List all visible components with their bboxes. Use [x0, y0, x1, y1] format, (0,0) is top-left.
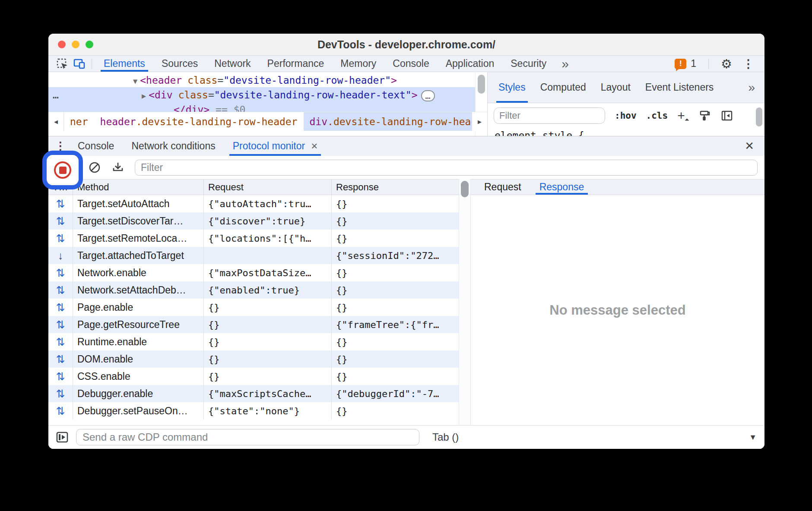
more-panels-icon[interactable]: » — [558, 57, 572, 70]
message-direction-icon: ⇅ — [48, 212, 73, 230]
table-row[interactable]: ⇅ Network.enable {"maxPostDataSize… {} — [48, 264, 459, 281]
table-row[interactable]: ⇅ Target.setDiscoverTar… {"discover":tru… — [48, 212, 459, 230]
table-header-row: T… Method Request Response — [48, 179, 459, 195]
protocol-message-table: T… Method Request Response ⇅ Target.setA… — [48, 179, 459, 425]
close-window-button[interactable] — [58, 41, 66, 48]
styles-sidebar-tab[interactable]: Layout — [593, 72, 638, 103]
table-row[interactable]: ⇅ Network.setAttachDeb… {"enabled":true}… — [48, 281, 459, 299]
message-direction-icon: ⇅ — [48, 368, 73, 385]
styles-filter-input[interactable] — [494, 107, 605, 124]
close-drawer-icon[interactable]: ✕ — [738, 139, 761, 153]
drawer: ⋮ Console × Network conditions × — [48, 136, 764, 449]
method-cell: Network.setAttachDeb… — [73, 281, 203, 299]
method-cell: Page.enable — [73, 299, 203, 316]
table-row[interactable]: ⇅ CSS.enable {} {} — [48, 368, 459, 385]
response-cell: {} — [331, 281, 459, 299]
new-style-rule-button[interactable]: + — [677, 108, 688, 123]
minimize-window-button[interactable] — [72, 41, 79, 48]
expand-children-button[interactable]: … — [421, 90, 435, 101]
breadcrumb-item[interactable]: ner — [64, 112, 94, 131]
table-row[interactable]: ⇅ Target.setRemoteLoca… {"locations":[{"… — [48, 230, 459, 247]
element-style-rule: element.style { — [495, 130, 584, 136]
table-row[interactable]: ⇅ Debugger.setPauseOn… {"state":"none"} … — [48, 402, 459, 420]
dom-scrollbar-thumb[interactable] — [478, 75, 485, 94]
toggle-command-editor-icon[interactable] — [55, 430, 69, 444]
dom-node-div-open[interactable]: … ▶<divclass="devsite-landing-row-header… — [48, 88, 475, 102]
toggle-hover-state-button[interactable]: :hov — [615, 110, 637, 121]
table-row[interactable]: ⇅ Runtime.enable {} {} — [48, 333, 459, 350]
panel-tab[interactable]: Performance — [259, 56, 333, 72]
table-row[interactable]: ↓ Target.attachedToTarget {"sessionId":"… — [48, 247, 459, 264]
request-cell: {"autoAttach":tru… — [203, 195, 331, 212]
cdp-command-bar: Tab () ▼ — [48, 425, 764, 449]
toggle-class-button[interactable]: .cls — [646, 110, 668, 121]
rendering-emulation-icon[interactable] — [698, 109, 711, 122]
inspect-element-icon[interactable] — [54, 56, 71, 72]
method-cell: Target.setAutoAttach — [73, 195, 203, 212]
panel-tab[interactable]: Network — [206, 56, 259, 72]
styles-sidebar-tabs: Styles Computed Layout — [488, 72, 764, 103]
table-row[interactable]: ⇅ Page.enable {} {} — [48, 299, 459, 316]
window-title: DevTools - developer.chrome.com/ — [317, 38, 495, 51]
response-cell: {} — [331, 230, 459, 247]
breadcrumb-scroll-right-icon[interactable]: ▶ — [472, 112, 487, 131]
table-row[interactable]: ⇅ Page.getResourceTree {} {"frameTree":{… — [48, 316, 459, 333]
issues-counter[interactable]: ! 1 — [675, 58, 696, 69]
panel-tab[interactable]: Memory — [332, 56, 384, 72]
table-row[interactable]: ⇅ Debugger.enable {"maxScriptsCache… {"d… — [48, 385, 459, 402]
request-cell: {} — [203, 299, 331, 316]
save-download-icon[interactable] — [111, 161, 124, 174]
message-direction-icon: ⇅ — [48, 316, 73, 333]
collapse-triangle-icon[interactable]: ▶ — [142, 91, 146, 100]
device-toolbar-icon[interactable] — [71, 56, 88, 72]
close-tab-icon[interactable]: × — [311, 139, 317, 153]
method-cell: Page.getResourceTree — [73, 316, 203, 333]
panel-tab[interactable]: Sources — [153, 56, 206, 72]
dom-node-header[interactable]: ▼<headerclass="devsite-landing-row-heade… — [48, 73, 487, 87]
detail-tab[interactable]: Response — [530, 180, 593, 195]
column-header-method[interactable]: Method — [73, 180, 203, 195]
method-cell: Target.attachedToTarget — [73, 247, 203, 264]
elements-panel-row: ▼<headerclass="devsite-landing-row-heade… — [48, 72, 764, 136]
protocol-filter-input[interactable] — [135, 160, 758, 176]
annotation-highlight-ring — [42, 151, 83, 189]
cdp-command-input[interactable] — [76, 429, 419, 445]
method-cell: Target.setRemoteLoca… — [73, 230, 203, 247]
record-toggle-button[interactable] — [54, 161, 71, 179]
panel-tab[interactable]: Elements — [95, 56, 153, 72]
drawer-tab-strip: ⋮ Console × Network conditions × — [48, 136, 764, 156]
panel-tab[interactable]: Security — [502, 56, 555, 72]
more-sidebar-tabs-icon[interactable]: » — [742, 72, 761, 103]
toggle-sidebar-icon[interactable] — [720, 109, 733, 122]
breadcrumb-item[interactable]: header.devsite-landing-row-header — [94, 112, 304, 131]
styles-sidebar-tab[interactable]: Event Listeners — [638, 72, 721, 103]
expand-triangle-icon[interactable]: ▼ — [133, 77, 137, 85]
clear-all-icon[interactable] — [88, 161, 101, 174]
column-header-request[interactable]: Request — [203, 180, 331, 195]
drawer-tab[interactable]: Network conditions × — [123, 136, 224, 156]
message-direction-icon: ↓ — [48, 247, 73, 264]
panel-tab[interactable]: Console — [384, 56, 437, 72]
settings-gear-icon[interactable]: ⚙ — [721, 57, 732, 71]
drawer-tab[interactable]: Protocol monitor × — [224, 136, 327, 156]
table-row[interactable]: ⇅ Target.setAutoAttach {"autoAttach":tru… — [48, 195, 459, 212]
target-selector-dropdown[interactable]: Tab () ▼ — [426, 431, 757, 443]
table-scrollbar[interactable] — [459, 179, 471, 425]
method-cell: CSS.enable — [73, 368, 203, 385]
table-row[interactable]: ⇅ DOM.enable {} {} — [48, 350, 459, 368]
breadcrumb-scroll-left-icon[interactable]: ◀ — [48, 112, 64, 131]
panel-tab[interactable]: Application — [438, 56, 503, 72]
message-detail-pane: Request Response No message selected — [471, 179, 764, 425]
kebab-menu-icon[interactable]: ⋮ — [741, 57, 756, 71]
styles-scrollbar-thumb[interactable] — [756, 107, 762, 126]
styles-sidebar-tab[interactable]: Computed — [533, 72, 593, 103]
toolbar-divider — [92, 59, 92, 69]
node-options-dots[interactable]: … — [53, 88, 60, 102]
table-scrollbar-thumb[interactable] — [461, 181, 469, 197]
breadcrumb-item[interactable]: div.devsite-landing-row-header-text — [304, 112, 472, 131]
column-header-response[interactable]: Response — [331, 180, 459, 195]
styles-sidebar-tab[interactable]: Styles — [491, 72, 533, 103]
devtools-window: DevTools - developer.chrome.com/ — [48, 34, 764, 449]
zoom-window-button[interactable] — [86, 41, 93, 48]
detail-tab[interactable]: Request — [475, 180, 530, 195]
